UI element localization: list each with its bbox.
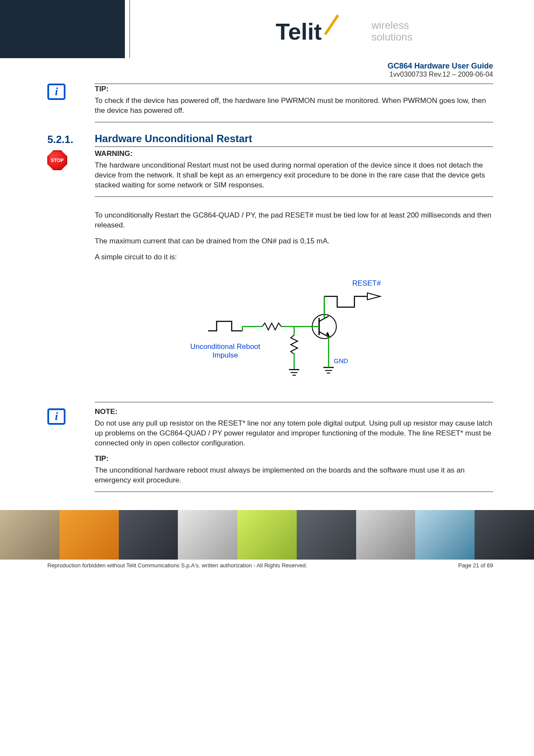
note-text: Do not use any pull up resistor on the R… — [95, 419, 493, 448]
tip-label-2: TIP: — [95, 454, 493, 463]
footer-image-strip — [0, 510, 534, 560]
circuit-diagram: RESET# — [95, 275, 493, 389]
warning-text: The hardware unconditional Restart must … — [95, 161, 493, 190]
body-p3: A simple circuit to do it is: — [95, 252, 493, 262]
tip-label: TIP: — [95, 85, 493, 93]
note-label: NOTE: — [95, 408, 493, 416]
rule — [95, 402, 493, 402]
impulse-label-l1: Unconditional Reboot — [190, 342, 260, 351]
section-heading-row: 5.2.1. Hardware Unconditional Restart — [47, 133, 493, 148]
rule — [95, 146, 493, 147]
tagline-line1: wireless — [372, 19, 409, 31]
warning-label: WARNING: — [95, 149, 493, 158]
impulse-label-l2: Impulse — [212, 351, 238, 359]
brand-logo: Telit wireless solutions — [276, 13, 412, 50]
section-title: Hardware Unconditional Restart — [95, 133, 493, 145]
brand-text: Telit — [276, 19, 322, 44]
rule — [95, 196, 493, 197]
tip-text-2: The unconditional hardware reboot must a… — [95, 466, 493, 485]
brand-tagline: wireless solutions — [372, 20, 413, 43]
tip-block-1: i TIP: To check if the device has powere… — [47, 83, 493, 123]
rule — [95, 84, 493, 84]
info-icon: i — [47, 408, 65, 425]
footer-bar: Reproduction forbidden without Telit Com… — [0, 560, 534, 577]
rule — [95, 122, 493, 122]
info-icon: i — [47, 84, 65, 100]
section-number: 5.2.1. — [47, 134, 73, 145]
body-p1: To unconditionally Restart the GC864-QUA… — [95, 211, 493, 230]
gnd-label: GND — [334, 357, 348, 364]
footer-page: Page 21 of 69 — [458, 562, 493, 569]
tip-text: To check if the device has powered off, … — [95, 96, 493, 116]
document-title-block: GC864 Hardware User Guide 1vv0300733 Rev… — [0, 58, 534, 81]
body-text-block: To unconditionally Restart the GC864-QUA… — [47, 208, 493, 404]
svg-marker-1 — [367, 293, 380, 300]
warning-block: STOP WARNING: The hardware unconditional… — [47, 149, 493, 198]
svg-line-0 — [325, 15, 338, 34]
note-block: i NOTE: Do not use any pull up resistor … — [47, 408, 493, 493]
rule — [95, 492, 493, 492]
document-revision: 1vv0300733 Rev.12 – 2009-06-04 — [0, 71, 493, 78]
telit-logo-icon: Telit — [276, 13, 362, 50]
document-title: GC864 Hardware User Guide — [0, 62, 493, 71]
body-p2: The maximum current that can be drained … — [95, 236, 493, 246]
tagline-line2: solutions — [372, 31, 413, 43]
header-dark-block — [0, 0, 125, 58]
page-header: Telit wireless solutions — [0, 0, 534, 58]
footer-copyright: Reproduction forbidden without Telit Com… — [47, 562, 307, 569]
reset-label: RESET# — [352, 279, 381, 287]
header-divider — [129, 0, 130, 58]
stop-icon: STOP — [47, 150, 67, 170]
